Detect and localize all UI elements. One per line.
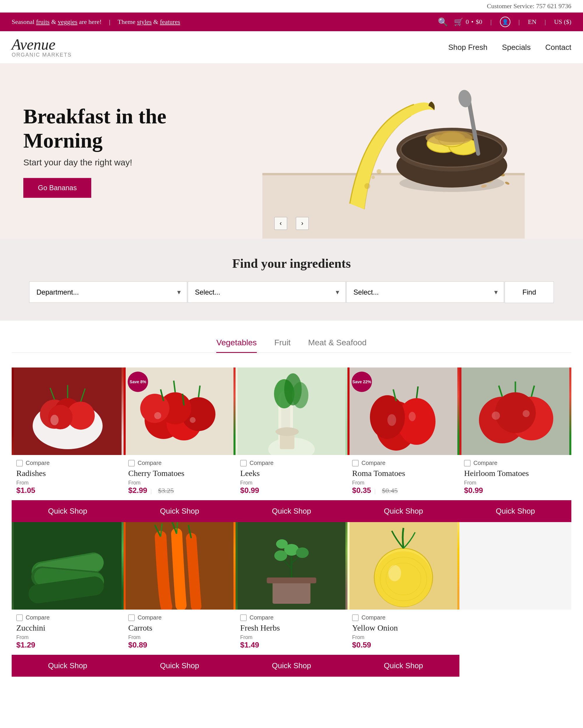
compare-checkbox-onion[interactable] xyxy=(352,615,359,621)
product-card-radishes: Compare Radishes From $1.05 Quick Shop xyxy=(12,367,123,522)
product-info-onion: Compare Yellow Onion From $0.59 xyxy=(348,609,460,652)
department-select[interactable]: Department... xyxy=(29,282,187,303)
announcement-bar: Seasonal fruits & veggies are here! | Th… xyxy=(0,12,583,31)
product-image-herbs xyxy=(235,522,348,609)
tab-meat-seafood[interactable]: Meat & Seafood xyxy=(308,338,367,353)
product-info-roma: Compare Roma Tomatoes From $0.35 | $0.45 xyxy=(348,455,460,497)
logo[interactable]: Avenue organic markets xyxy=(12,37,72,57)
compare-checkbox-heirloom[interactable] xyxy=(464,460,470,466)
hero-image xyxy=(204,63,583,239)
compare-row-leeks: Compare xyxy=(240,460,343,466)
svg-point-22 xyxy=(377,169,381,174)
svg-point-62 xyxy=(387,414,396,426)
compare-label-herbs: Compare xyxy=(250,614,273,621)
compare-label-roma: Compare xyxy=(361,460,385,466)
language-selector[interactable]: EN xyxy=(528,18,536,26)
compare-row-heirloom: Compare xyxy=(464,460,567,466)
compare-row-carrots: Compare xyxy=(128,614,231,621)
compare-label-cherry: Compare xyxy=(138,460,162,466)
svg-point-59 xyxy=(370,395,405,439)
quick-shop-radishes[interactable]: Quick Shop xyxy=(12,500,123,522)
search-section: Find your ingredients Department... ▼ Se… xyxy=(0,239,583,320)
svg-point-99 xyxy=(375,551,432,607)
find-button[interactable]: Find xyxy=(505,282,554,303)
select1[interactable]: Select... xyxy=(188,282,346,303)
compare-checkbox-carrots[interactable] xyxy=(128,615,135,621)
customer-service-text: Customer Service: 757 621 9736 xyxy=(487,2,571,10)
compare-checkbox-cherry[interactable] xyxy=(128,460,135,466)
price-from-onion: From xyxy=(352,634,455,641)
and-text: & xyxy=(151,18,160,25)
price-old-roma: $0.45 xyxy=(382,487,397,494)
price-from-carrots: From xyxy=(128,634,231,641)
cart-total: $0 xyxy=(476,18,482,26)
product-info-carrots: Compare Carrots From $0.89 xyxy=(123,609,235,652)
fruits-link[interactable]: fruits xyxy=(36,18,50,25)
hero-heading: Breakfast in the Morning xyxy=(23,104,169,153)
select1-wrapper: Select... ▼ xyxy=(188,282,346,303)
product-image-empty xyxy=(460,522,571,609)
select2[interactable]: Select... xyxy=(346,282,504,303)
quick-shop-herbs[interactable]: Quick Shop xyxy=(235,655,348,677)
quick-shop-roma[interactable]: Quick Shop xyxy=(348,500,460,522)
quick-shop-cherry[interactable]: Quick Shop xyxy=(123,500,235,522)
logo-sub: organic markets xyxy=(12,52,72,57)
svg-point-94 xyxy=(296,547,309,558)
customer-service-bar: Customer Service: 757 621 9736 xyxy=(0,0,583,12)
site-header: Avenue organic markets Shop Fresh Specia… xyxy=(0,31,583,63)
cart-icon: 🛒 xyxy=(454,18,463,27)
compare-checkbox-roma[interactable] xyxy=(352,460,359,466)
search-icon[interactable]: 🔍 xyxy=(438,17,448,27)
svg-point-72 xyxy=(523,410,530,417)
product-name-carrots: Carrots xyxy=(128,623,231,633)
compare-checkbox-leeks[interactable] xyxy=(240,460,247,466)
price-from-radishes: From xyxy=(16,480,119,486)
veggies-link[interactable]: veggies xyxy=(58,18,77,25)
product-card-onion: Compare Yellow Onion From $0.59 Quick Sh… xyxy=(348,522,460,677)
price-area-roma: $0.35 | $0.45 xyxy=(352,486,455,495)
svg-point-95 xyxy=(276,539,288,549)
svg-point-53 xyxy=(292,382,308,408)
quick-shop-carrots[interactable]: Quick Shop xyxy=(123,655,235,677)
hero-text-block: Breakfast in the Morning Start your day … xyxy=(23,104,169,198)
product-image-radishes xyxy=(12,367,123,455)
hero-button[interactable]: Go Bananas xyxy=(23,178,91,198)
product-name-heirloom: Heirloom Tomatoes xyxy=(464,469,567,478)
nav-contact[interactable]: Contact xyxy=(545,43,571,52)
product-name-cherry: Cherry Tomatoes xyxy=(128,469,231,478)
department-select-wrapper: Department... ▼ xyxy=(29,282,187,303)
compare-row-zucchini: Compare xyxy=(16,614,119,621)
tab-vegetables[interactable]: Vegetables xyxy=(216,338,257,353)
product-image-onion xyxy=(348,522,460,609)
quick-shop-heirloom[interactable]: Quick Shop xyxy=(460,500,571,522)
carousel-prev[interactable]: ‹ xyxy=(274,217,287,230)
account-icon[interactable]: 👤 xyxy=(500,17,510,27)
svg-point-40 xyxy=(140,394,169,423)
product-card-herbs: Compare Fresh Herbs From $1.49 Quick Sho… xyxy=(235,522,348,677)
product-info-leeks: Compare Leeks From $0.99 xyxy=(235,455,348,497)
currency-selector[interactable]: US ($) xyxy=(554,18,571,26)
svg-point-71 xyxy=(492,412,500,420)
styles-link[interactable]: styles xyxy=(137,18,151,25)
product-info-radishes: Compare Radishes From $1.05 xyxy=(12,455,123,497)
compare-checkbox-herbs[interactable] xyxy=(240,615,247,621)
quick-shop-onion[interactable]: Quick Shop xyxy=(348,655,460,677)
price-from-roma: From xyxy=(352,480,455,486)
cart-area[interactable]: 🛒 0 • $0 xyxy=(454,18,482,27)
tab-fruit[interactable]: Fruit xyxy=(274,338,290,353)
quick-shop-zucchini[interactable]: Quick Shop xyxy=(12,655,123,677)
announcement-mid1: & xyxy=(50,18,58,25)
compare-checkbox-radishes[interactable] xyxy=(16,460,23,466)
nav-shop-fresh[interactable]: Shop Fresh xyxy=(448,43,488,52)
compare-row-cherry: Compare xyxy=(128,460,231,466)
product-name-leeks: Leeks xyxy=(240,469,343,478)
compare-checkbox-zucchini[interactable] xyxy=(16,615,23,621)
quick-shop-leeks[interactable]: Quick Shop xyxy=(235,500,348,522)
svg-point-19 xyxy=(434,131,475,142)
features-link[interactable]: features xyxy=(160,18,180,25)
product-name-zucchini: Zucchini xyxy=(16,623,119,633)
theme-text: Theme xyxy=(118,18,137,25)
carousel-next[interactable]: › xyxy=(296,217,309,230)
nav-specials[interactable]: Specials xyxy=(502,43,530,52)
compare-label-radishes: Compare xyxy=(26,460,50,466)
